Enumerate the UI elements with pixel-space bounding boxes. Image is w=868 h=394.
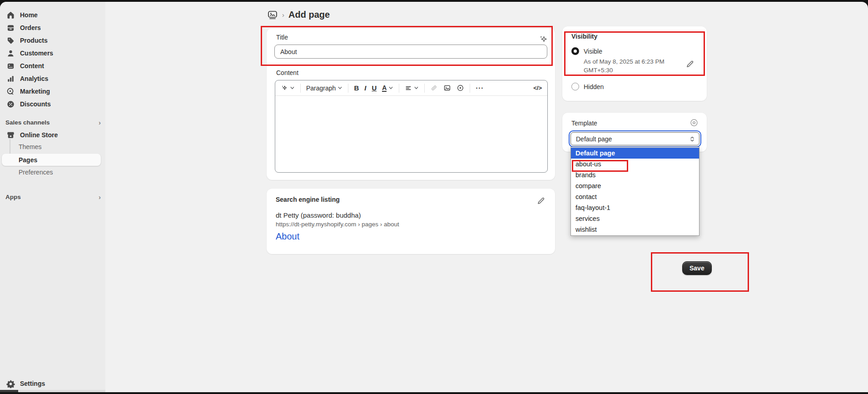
editor-toolbar: Paragraph B I U A <box>275 80 547 96</box>
content-icon <box>6 62 15 70</box>
content-editor-body[interactable] <box>275 96 547 173</box>
sidebar-item-marketing[interactable]: Marketing <box>2 85 101 98</box>
search-engine-listing-card: Search engine listing dt Petty (password… <box>267 189 555 254</box>
template-option-services[interactable]: services <box>571 213 699 224</box>
italic-button[interactable]: I <box>364 84 366 92</box>
sidebar-item-content[interactable]: Content <box>2 60 101 72</box>
visibility-card: Visibility Visible As of May 8, 2025 at … <box>562 26 707 101</box>
chevron-down-icon <box>290 85 295 90</box>
products-icon <box>6 36 15 45</box>
visible-radio-label: Visible <box>584 48 602 55</box>
sidebar-item-home[interactable]: Home <box>2 9 101 21</box>
template-select-inner: Default page <box>570 132 699 145</box>
sidebar-item-label: Online Store <box>20 131 58 139</box>
hidden-radio-row[interactable]: Hidden <box>571 83 604 90</box>
template-option-faq-layout-1[interactable]: faq-layout-1 <box>571 202 699 213</box>
marketing-icon <box>6 87 15 96</box>
sidebar-item-label: Discounts <box>20 100 51 108</box>
sidebar-item-label: Home <box>20 11 38 19</box>
ai-magic-button[interactable] <box>281 85 295 92</box>
sidebar-item-settings[interactable]: Settings <box>2 377 101 390</box>
visible-radio-row[interactable]: Visible <box>571 47 602 55</box>
breadcrumb: › Add page <box>267 10 330 20</box>
template-option-compare[interactable]: compare <box>571 180 699 191</box>
sidebar-section-apps[interactable]: Apps › <box>5 190 101 203</box>
select-updown-icon <box>689 136 695 142</box>
text-color-button[interactable]: A <box>382 85 393 92</box>
edit-seo-pencil-icon[interactable] <box>537 196 546 205</box>
sidebar-item-label: Customers <box>20 50 53 57</box>
template-selected-value: Default page <box>576 135 612 143</box>
title-input[interactable] <box>274 45 547 59</box>
analytics-icon <box>6 75 15 83</box>
template-option-default-page[interactable]: Default page <box>571 148 699 159</box>
edit-visibility-date-pencil-icon[interactable] <box>686 59 695 68</box>
chevron-down-icon <box>414 85 419 90</box>
toolbar-divider <box>424 84 425 93</box>
insert-image-button[interactable] <box>443 84 451 92</box>
title-field-label: Title <box>276 34 288 41</box>
insert-link-button[interactable] <box>430 84 438 92</box>
template-option-about-us[interactable]: about-us <box>571 159 699 170</box>
seo-url-breadcrumb: https://dt-petty.myshopify.com › pages ›… <box>276 221 399 228</box>
sidebar-item-label: Pages <box>19 156 37 164</box>
sidebar-section-sales-channels[interactable]: Sales channels › <box>5 116 101 129</box>
customers-icon <box>6 49 15 58</box>
radio-unselected-icon[interactable] <box>571 83 579 90</box>
template-option-contact[interactable]: contact <box>571 191 699 202</box>
template-select[interactable]: Default page <box>569 130 701 147</box>
sidebar-item-discounts[interactable]: Discounts <box>2 98 101 110</box>
sidebar-hscrollbar-thumb[interactable] <box>0 390 18 392</box>
bold-button[interactable]: B <box>354 84 359 92</box>
toolbar-divider <box>300 84 301 93</box>
seo-card-title: Search engine listing <box>276 196 340 203</box>
alignment-button[interactable] <box>405 85 419 92</box>
breadcrumb-separator: › <box>282 11 284 19</box>
template-option-brands[interactable]: brands <box>571 170 699 180</box>
underline-button[interactable]: U <box>372 84 377 92</box>
toolbar-divider <box>399 84 399 93</box>
online-store-icon <box>6 131 15 140</box>
visibility-date-line2: GMT+5:30 <box>584 66 665 75</box>
template-option-wishlist[interactable]: wishlist <box>571 224 699 235</box>
seo-site-name: dt Petty (password: buddha) <box>276 211 361 219</box>
sidebar-item-label: Products <box>20 37 48 44</box>
sales-channels-header-label: Sales channels <box>5 119 50 126</box>
sidebar-item-label: Preferences <box>19 169 53 176</box>
sparkle-icon <box>281 85 288 92</box>
pages-breadcrumb-icon[interactable] <box>267 10 278 20</box>
app-frame: Home Orders Products Customers Content A… <box>0 2 868 392</box>
paragraph-style-dropdown[interactable]: Paragraph <box>306 85 342 92</box>
content-field-label: Content <box>276 69 298 76</box>
sidebar-item-label: Themes <box>19 143 42 150</box>
view-eye-icon[interactable] <box>689 118 699 127</box>
visibility-date-line1: As of May 8, 2025 at 6:23 PM <box>584 57 665 66</box>
toolbar-divider <box>470 84 470 93</box>
sidebar-item-orders[interactable]: Orders <box>2 21 101 34</box>
page-form-card: Title Content Paragraph B I U A <box>267 28 555 180</box>
sidebar-item-products[interactable]: Products <box>2 34 101 47</box>
text-color-glyph: A <box>382 85 387 92</box>
sidebar: Home Orders Products Customers Content A… <box>0 2 105 392</box>
sidebar-item-analytics[interactable]: Analytics <box>2 72 101 85</box>
apps-header-label: Apps <box>5 194 21 200</box>
sidebar-item-customers[interactable]: Customers <box>2 47 101 60</box>
more-options-button[interactable]: ··· <box>476 84 484 92</box>
visibility-date-note: As of May 8, 2025 at 6:23 PM GMT+5:30 <box>584 57 665 75</box>
ai-sparkle-icon[interactable] <box>538 34 548 44</box>
insert-video-button[interactable] <box>456 84 464 92</box>
radio-selected-icon[interactable] <box>571 47 579 55</box>
chevron-right-icon: › <box>99 119 101 126</box>
page-title: Add page <box>288 10 330 20</box>
show-html-button[interactable]: </> <box>533 85 542 91</box>
home-icon <box>6 11 15 20</box>
chevron-down-icon <box>337 85 342 90</box>
sidebar-item-themes[interactable]: Themes <box>2 141 101 153</box>
sidebar-item-label: Marketing <box>20 88 50 95</box>
save-button[interactable]: Save <box>682 261 712 275</box>
sidebar-item-pages[interactable]: Pages <box>2 154 101 166</box>
sidebar-item-label: Orders <box>20 24 41 31</box>
chevron-right-icon: › <box>99 193 101 201</box>
sidebar-item-label: Content <box>20 62 44 70</box>
sidebar-item-preferences[interactable]: Preferences <box>2 166 101 178</box>
